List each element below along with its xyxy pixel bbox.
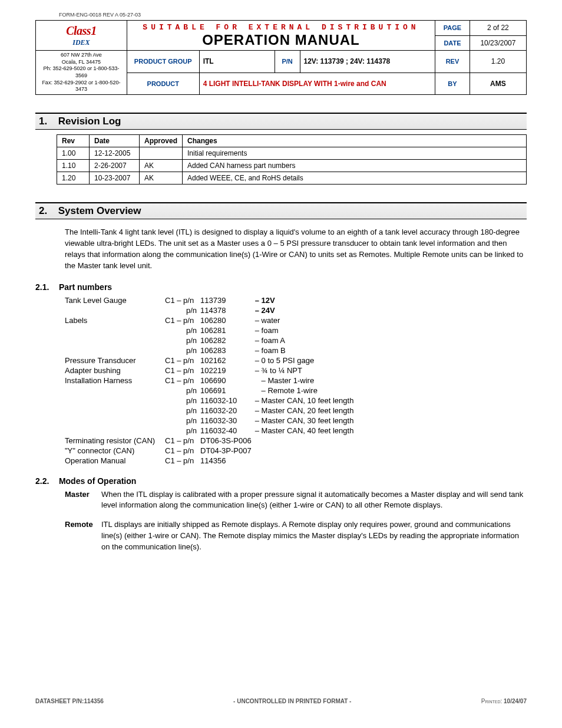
cell-rev: 1.20 [57,172,90,185]
product-group-value: ITL [199,51,275,73]
part-prefix: p/n [165,305,200,315]
part-number: 106281 [200,325,255,335]
product-label: PRODUCT [127,73,199,95]
mode-row: MasterWhen the ITL display is calibrated… [65,489,527,512]
part-row: p/n106282– foam A [65,335,357,345]
col-changes: Changes [183,135,527,147]
table-row: 1.102-26-2007AKAdded CAN harness part nu… [57,160,527,172]
part-prefix: p/n [165,345,200,355]
part-row: p/n116032-30– Master CAN, 30 feet length [65,416,357,426]
part-desc: – Master 1-wire [255,375,358,386]
part-name: Installation Harness [65,375,165,386]
by-value: AMS [470,73,526,95]
header-table: Class1 IDEX SUITABLE FOR EXTERNAL DISTRI… [35,20,527,95]
part-name: Adapter bushing [65,365,165,375]
footer-center: - UNCONTROLLED IN PRINTED FORMAT - [233,698,351,704]
part-prefix: p/n [165,426,200,436]
part-number: 116032-30 [200,416,255,426]
part-row: Operation ManualC1 – p/n114356 [65,456,357,466]
addr-line: Fax: 352-629-2902 or 1-800-520-3473 [42,80,120,93]
part-row: p/n106283– foam B [65,345,357,355]
manual-title: OPERATION MANUAL [127,32,435,50]
part-desc: – 0 to 5 PSI gage [255,355,358,365]
part-desc [255,446,358,456]
part-desc: – foam A [255,335,358,345]
table-row: 1.0012-12-2005Initial requirements [57,147,527,160]
part-row: p/n106281– foam [65,325,357,335]
subsection-modes-heading: 2.2. Modes of Operation [35,476,527,486]
form-id: FORM-ENG-0018 REV A 05-27-03 [59,12,527,18]
addr-line: Ph: 352-629-5020 or 1-800-533-3569 [43,65,119,78]
section-title: Revision Log [58,116,121,127]
cell-date: 12-12-2005 [90,147,140,160]
cell-rev: 1.00 [57,147,90,160]
logo-idex: IDEX [39,38,123,47]
modes-container: MasterWhen the ITL display is calibrated… [35,489,527,553]
part-name: Labels [65,315,165,325]
mode-label: Remote [65,519,101,553]
part-number: 114356 [200,456,255,466]
part-prefix: C1 – p/n [165,355,200,365]
cell-approved [140,147,183,160]
cell-rev: 1.10 [57,160,90,172]
subsection-part-numbers-heading: 2.1. Part numbers [35,282,527,292]
mode-text: ITL displays are initially shipped as Re… [101,519,527,553]
part-number: 116032-20 [200,406,255,416]
product-value: 4 LIGHT INTELLI-TANK DISPLAY WITH 1-wire… [199,73,435,95]
part-desc: – Remote 1-wire [255,386,358,396]
part-desc: – foam [255,325,358,335]
cell-approved: AK [140,160,183,172]
mode-row: RemoteITL displays are initially shipped… [65,519,527,553]
part-row: Tank Level GaugeC1 – p/n113739– 12V [65,295,357,305]
part-number: 102162 [200,355,255,365]
part-desc: – Master CAN, 40 feet length [255,426,358,436]
table-header-row: Rev Date Approved Changes [57,135,527,147]
section-number: 2. [39,205,55,217]
rev-value: 1.20 [470,51,526,73]
part-name [65,426,165,436]
part-row: "Y" connector (CAN)C1 – p/nDT04-3P-P007 [65,446,357,456]
document-page: FORM-ENG-0018 REV A 05-27-03 Class1 IDEX… [0,0,562,728]
part-numbers-table: Tank Level GaugeC1 – p/n113739– 12Vp/n11… [65,295,357,466]
section-system-overview-heading: 2. System Overview [35,202,527,219]
title-cell: SUITABLE FOR EXTERNAL DISTRIBUTION OPERA… [127,21,435,51]
part-name [65,386,165,396]
part-name [65,406,165,416]
part-number: 106282 [200,335,255,345]
part-row: LabelsC1 – p/n106280– water [65,315,357,325]
part-name: "Y" connector (CAN) [65,446,165,456]
part-prefix: p/n [165,335,200,345]
footer-right: Printed: 10/24/07 [481,698,527,704]
part-prefix: p/n [165,406,200,416]
addr-line: Ocala, FL 34475 [62,59,101,65]
cell-changes: Initial requirements [183,147,527,160]
part-prefix: C1 – p/n [165,436,200,446]
page-footer: DATASHEET P/N:114356 - UNCONTROLLED IN P… [35,698,527,704]
col-date: Date [90,135,140,147]
date-label: DATE [435,35,470,51]
part-desc: – foam B [255,345,358,355]
part-desc [255,436,358,446]
part-number: 106280 [200,315,255,325]
subsection-number: 2.1. [35,282,57,292]
part-number: DT06-3S-P006 [200,436,255,446]
subsection-title: Part numbers [59,282,112,292]
date-value: 10/23/2007 [470,35,526,51]
section-revision-log-heading: 1. Revision Log [35,113,527,130]
part-desc: – Master CAN, 20 feet length [255,406,358,416]
part-number: 106283 [200,345,255,355]
part-row: p/n116032-40– Master CAN, 40 feet length [65,426,357,436]
part-number: 114378 [200,305,255,315]
part-number: 106690 [200,375,255,386]
cell-approved: AK [140,172,183,185]
table-row: 1.2010-23-2007AKAdded WEEE, CE, and RoHS… [57,172,527,185]
part-row: Adapter bushingC1 – p/n102219– ¾ to ¼ NP… [65,365,357,375]
part-desc: – ¾ to ¼ NPT [255,365,358,375]
part-row: p/n114378– 24V [65,305,357,315]
pn-label: P/N [275,51,300,73]
addr-line: 607 NW 27th Ave [61,52,102,58]
part-name: Tank Level Gauge [65,295,165,305]
logo-cell: Class1 IDEX [36,21,127,51]
part-desc: – 24V [255,305,358,315]
part-name [65,345,165,355]
